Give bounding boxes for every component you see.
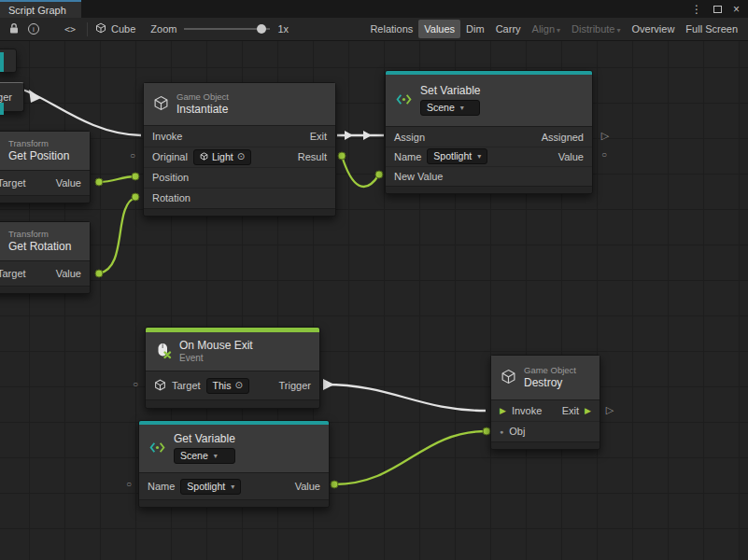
variable-scope-dropdown[interactable]: Scene ▾ [174,448,235,464]
control-port-arrow-icon[interactable]: ▶ [500,407,506,415]
tab-script-graph[interactable]: Script Graph [0,0,81,18]
wire-value-getvariable-to-obj[interactable] [334,431,487,484]
node-instantiate[interactable]: Game Object Instantiate Invoke Exit Orig… [143,82,336,217]
wire-value-result-to-newvalue[interactable] [342,156,379,187]
port-circle-setvariable-value-output[interactable]: ○ [601,150,607,160]
tab-title: Script Graph [8,5,66,16]
gameobject-cube-icon [154,379,166,393]
variable-name-dropdown[interactable]: Spotlight ▾ [180,479,241,495]
object-field-value: Light [212,151,233,163]
chevron-down-icon: ▾ [231,481,234,493]
node-get-variable[interactable]: Get Variable Scene ▾ Name Spotlight ▾ [138,420,330,508]
code-icon[interactable]: <> [64,24,76,35]
wire-value-getrotation-to-rotation[interactable] [99,197,136,273]
maximize-icon[interactable] [713,3,722,16]
toolbar-left-icons: i <> [5,22,79,36]
zoom-slider[interactable] [184,28,270,30]
port-label-obj: Obj [509,426,525,437]
port-triangle-assigned-output[interactable]: ▷ [601,131,609,141]
chevron-down-icon: ▾ [557,26,560,35]
toolbar-button-dim[interactable]: Dim [460,20,490,38]
port-label-trigger: Trigger [279,380,311,391]
chevron-down-icon: ▾ [617,26,621,35]
toolbar-buttons: Relations Values Dim Carry Align▾ Distri… [364,20,743,38]
gameobject-cube-icon [153,95,169,113]
toolbar-button-distribute[interactable]: Distribute▾ [566,20,626,38]
kebab-menu-icon[interactable]: ⋮ [691,3,702,16]
node-footer [0,286,90,293]
port-label-assigned: Assigned [542,132,584,143]
info-icon[interactable]: i [28,23,39,35]
graph-toolbar: i <> Cube Zoom 1x Relations Values Dim C… [0,18,748,41]
variable-icon [148,439,166,458]
port-label-name: Name [394,151,421,162]
node-set-variable[interactable]: Set Variable Scene ▾ Assign Assigned Nam… [385,70,593,194]
port-circle-original-input[interactable]: ○ [130,151,135,161]
variable-name-value: Spotlight [433,150,472,162]
wire-value-getposition-to-position[interactable] [99,176,136,182]
scope-value: Scene [180,450,208,462]
node-category: Transform [8,230,71,239]
wire-arrowhead [363,131,372,140]
port-label-trigger: Trigger [0,91,12,103]
wire-arrowhead [323,379,334,390]
control-port-arrow-icon[interactable]: ▶ [585,407,591,415]
port-label-exit: Exit [562,405,579,416]
partial-node-accent [0,52,4,72]
port-circle-getvariable-input[interactable]: ○ [126,480,132,489]
node-title: Destroy [524,377,576,389]
port-label-exit: Exit [310,131,327,142]
toolbar-button-fullscreen[interactable]: Full Screen [680,20,743,38]
port-label-position: Position [152,172,189,183]
chevron-down-icon: ▾ [460,102,464,114]
toolbar-button-overview[interactable]: Overview [627,20,681,38]
node-subtitle: Event [179,354,253,363]
zoom-slider-thumb[interactable] [257,24,266,34]
lock-icon[interactable] [8,22,20,36]
tab-bar: Script Graph ⋮ × [0,0,748,18]
node-footer [146,399,319,408]
value-port-dot-icon[interactable]: ● [500,428,503,435]
wire-control-onmouseexit-to-destroy[interactable] [325,385,486,411]
port-triangle-destroy-exit-output[interactable]: ▷ [606,405,614,415]
object-name: Cube [111,23,135,35]
node-category: Transform [8,139,69,148]
button-label: Overview [632,23,675,35]
port-label-result: Result [298,151,327,162]
node-footer [491,441,600,449]
node-get-rotation[interactable]: Transform Get Rotation Target Value [0,221,91,294]
variable-icon [395,91,413,110]
node-title: Set Variable [420,85,480,97]
node-destroy[interactable]: Game Object Destroy ▶ Invoke Exit ▶ [490,355,600,450]
toolbar-separator [87,22,88,36]
variable-scope-dropdown[interactable]: Scene ▾ [420,100,480,116]
node-get-position[interactable]: Transform Get Position Target Value [0,131,91,203]
toolbar-button-align[interactable]: Align▾ [527,20,566,38]
button-label: Align [532,23,555,35]
variable-name-dropdown[interactable]: Spotlight ▾ [427,148,487,164]
toolbar-button-values[interactable]: Values [418,20,460,38]
toolbar-button-carry[interactable]: Carry [490,20,527,38]
close-icon[interactable]: × [733,3,740,16]
node-footer [0,195,90,203]
node-category: Game Object [524,366,576,375]
button-label: Dim [466,23,485,35]
toolbar-button-relations[interactable]: Relations [364,20,418,38]
button-label: Full Screen [685,23,738,35]
port-circle-onmouseexit-input[interactable]: ○ [133,380,138,389]
port-label-target: Target [0,177,26,189]
target-picker-icon[interactable]: ⊙ [237,152,245,161]
port-label-assign: Assign [394,132,425,143]
node-on-mouse-exit[interactable]: On Mouse Exit Event Target This ⊙ [145,327,320,409]
target-field[interactable]: This ⊙ [206,378,249,394]
port-label-value: Value [295,481,320,492]
node-footer [139,499,329,507]
target-picker-icon[interactable]: ⊙ [234,381,242,390]
port-label-rotation: Rotation [152,192,191,203]
wire-control-event-to-instantiate[interactable] [22,90,141,135]
node-title: Get Variable [174,433,235,445]
zoom-label: Zoom [150,23,176,35]
object-field-light[interactable]: Light ⊙ [193,149,251,165]
graph-canvas[interactable]: Trigger Transform Get Position Target Va… [0,41,748,560]
button-label: Relations [370,23,413,35]
